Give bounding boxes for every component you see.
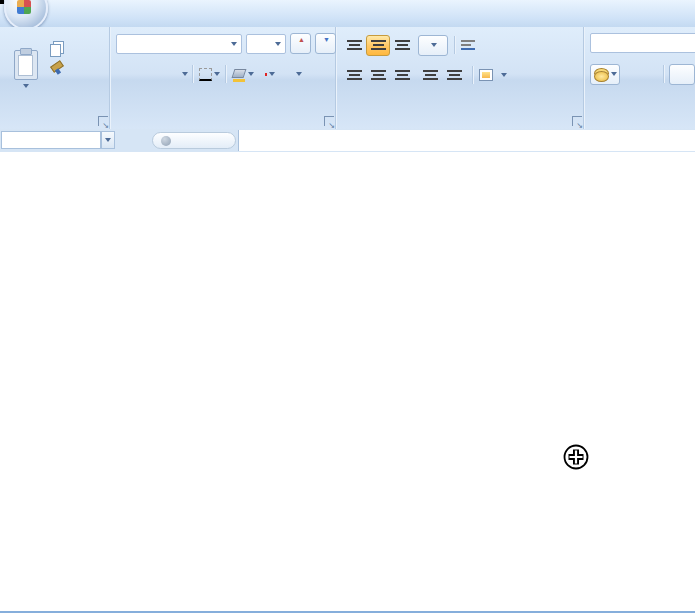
formula-input[interactable]	[238, 130, 695, 151]
shrink-font-button[interactable]: ▼	[315, 33, 336, 54]
phonetic-guide-button[interactable]	[284, 64, 312, 85]
paste-button[interactable]	[6, 33, 46, 105]
percent-style-button[interactable]	[621, 64, 641, 85]
align-middle-button[interactable]	[366, 35, 390, 56]
number-group-label	[587, 112, 695, 127]
clipboard-group-label	[3, 112, 106, 127]
increase-indent-icon	[447, 70, 462, 80]
ribbon-tab-strip	[0, 0, 695, 27]
fill-bucket-icon	[232, 68, 246, 80]
number-format-combo[interactable]	[590, 33, 695, 53]
grow-arrow-icon: ▲	[298, 36, 305, 44]
align-left-button[interactable]	[342, 65, 366, 86]
wrap-text-button[interactable]	[461, 39, 479, 51]
merge-center-dropdown-icon[interactable]	[501, 73, 507, 77]
clipboard-group	[0, 27, 110, 129]
ribbon-tabs	[50, 0, 695, 27]
align-top-button[interactable]	[342, 35, 366, 56]
shrink-arrow-icon: ▼	[323, 36, 330, 44]
underline-button[interactable]	[160, 64, 181, 85]
office-button[interactable]	[4, 0, 48, 30]
phonetic-dropdown-icon[interactable]	[296, 72, 302, 76]
format-painter-button[interactable]	[50, 63, 67, 75]
increase-indent-button[interactable]	[442, 65, 466, 86]
borders-icon	[199, 68, 212, 81]
font-size-combo[interactable]	[246, 34, 286, 54]
paste-dropdown-icon[interactable]	[23, 84, 29, 88]
underline-dropdown-icon[interactable]	[182, 72, 188, 76]
font-color-button[interactable]	[257, 64, 283, 85]
align-right-icon	[395, 70, 410, 80]
office-logo-icon	[17, 0, 31, 14]
font-size-dropdown-icon[interactable]	[275, 42, 281, 46]
merge-center-icon	[479, 69, 493, 81]
copy-button[interactable]	[50, 41, 67, 57]
accounting-dropdown-icon[interactable]	[611, 72, 617, 76]
number-group	[584, 27, 695, 129]
wrap-text-icon	[461, 39, 475, 51]
font-color-icon	[265, 73, 267, 76]
paste-clipboard-icon	[14, 50, 38, 80]
name-box-dropdown[interactable]	[101, 131, 115, 149]
fill-color-button[interactable]	[230, 64, 256, 85]
alignment-group-label	[339, 112, 580, 127]
font-group: ▲ ▼	[110, 27, 336, 129]
insert-function-area[interactable]	[152, 132, 236, 149]
font-group-label	[113, 112, 332, 127]
align-center-icon	[371, 70, 386, 80]
align-middle-icon	[371, 40, 386, 50]
worksheet-grid	[0, 152, 695, 611]
font-name-dropdown-icon[interactable]	[231, 42, 237, 46]
align-right-button[interactable]	[390, 65, 414, 86]
name-box-dropdown-icon	[105, 138, 111, 142]
fill-color-dropdown-icon[interactable]	[248, 72, 254, 76]
align-bottom-button[interactable]	[390, 35, 414, 56]
ribbon: ▲ ▼	[0, 27, 695, 130]
align-bottom-icon	[395, 40, 410, 50]
grow-font-button[interactable]: ▲	[290, 33, 311, 54]
copy-icon	[50, 44, 61, 57]
merge-center-button[interactable]	[479, 69, 507, 81]
formula-bar	[0, 129, 695, 153]
decrease-indent-button[interactable]	[418, 65, 442, 86]
alignment-group	[336, 27, 584, 129]
plus-cursor-icon	[562, 443, 590, 471]
clipboard-dialog-launcher-icon[interactable]	[98, 116, 108, 126]
comma-style-button[interactable]	[642, 64, 658, 85]
orientation-dropdown-icon[interactable]	[431, 43, 437, 47]
font-dialog-launcher-icon[interactable]	[324, 116, 334, 126]
alignment-dialog-launcher-icon[interactable]	[572, 116, 582, 126]
italic-button[interactable]	[138, 64, 159, 85]
align-top-icon	[347, 40, 362, 50]
function-dot-icon	[161, 136, 171, 146]
font-color-dropdown-icon[interactable]	[269, 72, 275, 76]
accounting-format-button[interactable]	[590, 64, 620, 85]
excel-window: ▲ ▼	[0, 0, 695, 613]
name-box[interactable]	[1, 131, 101, 149]
orientation-button[interactable]	[418, 35, 448, 56]
increase-decimal-button[interactable]	[669, 64, 695, 85]
font-name-combo[interactable]	[116, 34, 242, 54]
align-center-button[interactable]	[366, 65, 390, 86]
brush-icon	[50, 63, 62, 75]
borders-button[interactable]	[197, 64, 221, 85]
coins-icon	[594, 71, 609, 82]
align-left-icon	[347, 70, 362, 80]
borders-dropdown-icon[interactable]	[214, 72, 220, 76]
decrease-indent-icon	[423, 70, 438, 80]
bold-button[interactable]	[116, 64, 137, 85]
